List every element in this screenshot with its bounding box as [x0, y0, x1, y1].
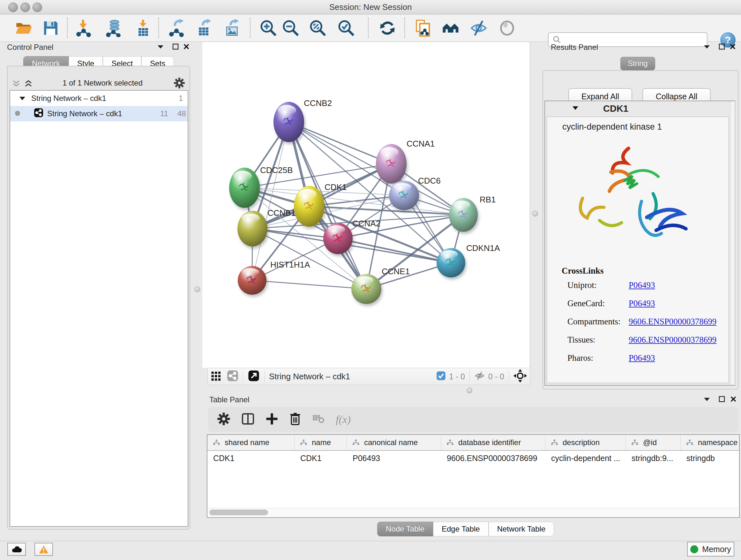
- table-row[interactable]: CDK1CDK1P064939606.ENSP00000378699cyclin…: [207, 451, 739, 465]
- network-node-CCNB1[interactable]: [238, 211, 269, 249]
- close-panel-icon[interactable]: [183, 44, 190, 51]
- function-builder-icon[interactable]: f(x): [336, 414, 351, 426]
- table-tabs: Node TableEdge TableNetwork Table: [377, 522, 554, 537]
- column-header-sharedname[interactable]: shared name: [207, 435, 294, 450]
- gear-icon[interactable]: [174, 77, 185, 90]
- crosslink-value-link[interactable]: P06493: [629, 299, 655, 308]
- float-panel-icon[interactable]: [719, 44, 725, 51]
- network-canvas[interactable]: CCNB2CCNA1CDC25BCDK1CDC6RB1CCNB1CCNA2CDK…: [202, 42, 530, 368]
- fit-content-crosshair-icon[interactable]: [514, 369, 527, 384]
- network-node-RB1[interactable]: [449, 198, 479, 234]
- memory-button[interactable]: Memory: [687, 542, 734, 557]
- column-header-canonicalname[interactable]: canonical name: [347, 435, 441, 450]
- network-view-title: String Network – cdk1: [269, 372, 350, 381]
- grid-view-icon[interactable]: [210, 370, 222, 383]
- cloud-status-icon[interactable]: [7, 543, 26, 556]
- string-home-icon[interactable]: [441, 18, 461, 38]
- left-splitter-handle[interactable]: [194, 287, 200, 292]
- table-hscrollbar[interactable]: [208, 508, 738, 516]
- network-node-CDC6[interactable]: [389, 181, 420, 212]
- network-edge[interactable]: [252, 280, 366, 289]
- show-results-eye-icon[interactable]: [497, 18, 517, 38]
- close-panel-icon[interactable]: [730, 396, 737, 403]
- network-node-CDC25B[interactable]: [229, 168, 261, 210]
- column-header-namespace[interactable]: namespace: [681, 435, 740, 450]
- network-node-CDKN1A[interactable]: [436, 248, 467, 280]
- gene-section: CDK1 cyclin-dependent kinase 1 Cross: [544, 101, 735, 386]
- table-cell[interactable]: P06493: [347, 451, 441, 465]
- selected-checkbox-icon[interactable]: [436, 371, 446, 382]
- tab-node-table[interactable]: Node Table: [377, 522, 433, 537]
- collapse-section-icon[interactable]: [572, 105, 579, 112]
- gene-section-header[interactable]: CDK1: [545, 101, 735, 116]
- float-panel-icon[interactable]: [172, 44, 179, 51]
- delete-table-icon[interactable]: [312, 414, 325, 425]
- table-cell[interactable]: stringdb:9...: [626, 451, 681, 465]
- zoom-in-icon[interactable]: [258, 18, 279, 38]
- column-header-databaseidentifier[interactable]: database identifier: [441, 435, 545, 450]
- table-cell[interactable]: cyclin-dependent ...: [545, 451, 626, 465]
- delete-column-icon[interactable]: [289, 413, 301, 427]
- import-network-file-icon[interactable]: [73, 18, 94, 38]
- tab-network-table[interactable]: Network Table: [488, 522, 554, 537]
- save-session-icon[interactable]: [41, 18, 61, 38]
- zoom-selected-icon[interactable]: [336, 18, 356, 38]
- column-header-id[interactable]: @id: [626, 435, 681, 450]
- network-collection-row[interactable]: String Network – cdk1 1: [10, 91, 188, 106]
- table-cell[interactable]: stringdb: [681, 451, 740, 465]
- network-from-clipboard-icon[interactable]: [413, 18, 433, 38]
- refresh-icon[interactable]: [377, 18, 398, 38]
- import-network-database-icon[interactable]: [104, 18, 124, 38]
- node-label: RB1: [480, 195, 496, 204]
- network-edge[interactable]: [338, 239, 451, 263]
- collapse-all-networks-icon[interactable]: [12, 80, 20, 89]
- table-cell[interactable]: 9606.ENSP00000378699: [441, 451, 545, 465]
- import-table-file-icon[interactable]: [133, 18, 153, 38]
- network-node-CCNA2[interactable]: [323, 223, 354, 256]
- network-edge-count: 48: [178, 109, 186, 118]
- tab-string[interactable]: String: [620, 57, 655, 70]
- network-node-HIST1H1A[interactable]: [238, 266, 268, 297]
- zoom-out-icon[interactable]: [280, 18, 301, 38]
- crosslink-value-link[interactable]: P06493: [629, 280, 655, 290]
- network-row[interactable]: String Network – cdk1 11 48: [10, 106, 188, 121]
- table-cell[interactable]: CDK1: [294, 451, 347, 465]
- crosslink-value-link[interactable]: 9606.ENSP00000378699: [629, 335, 717, 345]
- export-network-icon[interactable]: [166, 18, 187, 38]
- network-selection-summary: 1 of 1 Network selected: [63, 78, 143, 87]
- tab-edge-table[interactable]: Edge Table: [433, 522, 488, 537]
- hidden-eye-slash-icon[interactable]: [474, 370, 485, 382]
- results-panel-title: Results Panel: [551, 43, 598, 51]
- panel-menu-icon[interactable]: [703, 44, 711, 51]
- zoom-fit-icon[interactable]: [308, 18, 328, 38]
- hide-results-eye-slash-icon[interactable]: [468, 18, 489, 38]
- toolbar-separator: [158, 17, 159, 38]
- results-scrollbar[interactable]: [730, 101, 735, 385]
- open-session-icon[interactable]: [13, 18, 34, 38]
- crosslink-value-link[interactable]: 9606.ENSP00000378699: [629, 317, 717, 327]
- float-panel-icon[interactable]: [719, 396, 725, 403]
- export-table-icon[interactable]: [194, 18, 214, 38]
- column-header-name[interactable]: name: [294, 435, 347, 450]
- network-node-CCNE1[interactable]: [351, 274, 383, 306]
- panel-menu-icon[interactable]: [157, 44, 164, 51]
- column-header-description[interactable]: description: [545, 435, 626, 450]
- detach-view-icon[interactable]: [248, 370, 260, 383]
- string-view-icon[interactable]: [227, 370, 239, 383]
- crosslinks-title: CrossLinks: [562, 266, 729, 276]
- node-label: CCNB1: [267, 208, 295, 218]
- close-panel-icon[interactable]: [730, 44, 736, 51]
- horizontal-splitter-handle[interactable]: [467, 388, 472, 393]
- right-splitter-handle[interactable]: [532, 211, 538, 216]
- select-columns-icon[interactable]: [241, 412, 255, 427]
- crosslink-value-link[interactable]: P06493: [629, 353, 655, 363]
- expand-all-networks-icon[interactable]: [24, 80, 32, 89]
- collapse-collection-icon[interactable]: [19, 94, 25, 103]
- table-gear-icon[interactable]: [217, 412, 230, 427]
- warning-status-icon[interactable]: [35, 543, 53, 556]
- export-image-icon[interactable]: [221, 18, 242, 38]
- crosslink-label: Uniprot:: [567, 280, 629, 290]
- table-cell[interactable]: CDK1: [207, 451, 294, 465]
- hscrollbar-thumb[interactable]: [209, 509, 268, 515]
- add-column-icon[interactable]: [266, 413, 278, 427]
